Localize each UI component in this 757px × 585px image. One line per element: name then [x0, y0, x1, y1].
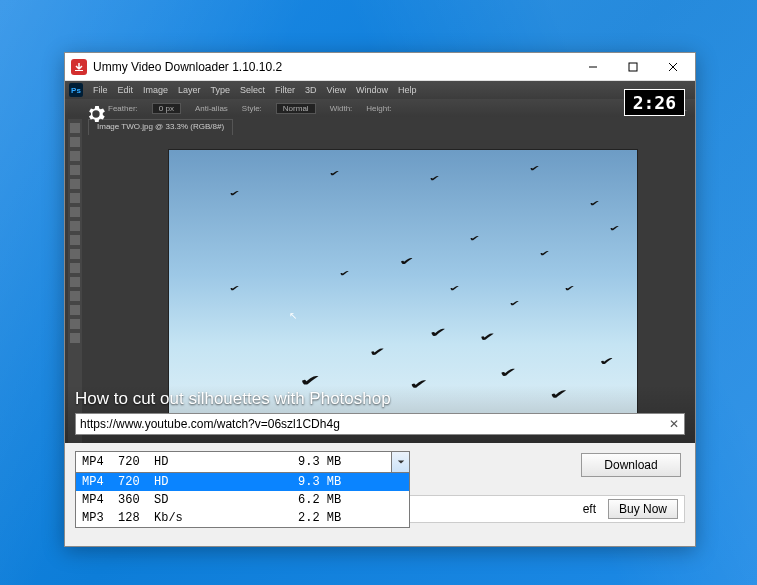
photoshop-options-bar: Feather: 0 px Anti-alias Style: Normal W… — [65, 99, 695, 117]
photoshop-document-tab: Image TWO.jpg @ 33.3% (RGB/8#) — [88, 119, 233, 135]
app-window: Ummy Video Downloader 1.10.10.2 Ps File … — [64, 52, 696, 547]
svg-rect-2 — [629, 63, 637, 71]
buy-now-button[interactable]: Buy Now — [608, 499, 678, 519]
video-timestamp: 2:26 — [624, 89, 685, 116]
settings-gear-icon[interactable] — [85, 103, 107, 129]
download-button[interactable]: Download — [581, 453, 681, 477]
format-combo[interactable]: MP4 720 HD 9.3 MB — [75, 451, 410, 473]
chevron-down-icon[interactable] — [391, 452, 409, 472]
close-button[interactable] — [653, 53, 693, 81]
video-title: How to cut out silhouettes with Photosho… — [75, 389, 685, 409]
format-selected: MP4 720 HD 9.3 MB — [76, 455, 391, 469]
format-option[interactable]: MP3 128 Kb/s 2.2 MB — [76, 509, 409, 527]
cursor-icon: ↖ — [289, 310, 297, 321]
maximize-button[interactable] — [613, 53, 653, 81]
url-input[interactable] — [76, 417, 664, 431]
format-dropdown: MP4 720 HD 9.3 MB MP4 360 SD 6.2 MB MP3 … — [75, 472, 410, 528]
clear-url-icon[interactable]: ✕ — [664, 417, 684, 431]
trial-text: eft — [583, 502, 596, 516]
svg-rect-0 — [75, 70, 83, 71]
url-input-wrap: ✕ — [75, 413, 685, 435]
window-title: Ummy Video Downloader 1.10.10.2 — [93, 60, 573, 74]
video-preview: Ps File Edit Image Layer Type Select Fil… — [65, 81, 695, 443]
photoshop-menubar: Ps File Edit Image Layer Type Select Fil… — [65, 81, 695, 99]
app-icon — [71, 59, 87, 75]
titlebar[interactable]: Ummy Video Downloader 1.10.10.2 — [65, 53, 695, 81]
photoshop-logo-icon: Ps — [69, 83, 83, 97]
format-option[interactable]: MP4 360 SD 6.2 MB — [76, 491, 409, 509]
minimize-button[interactable] — [573, 53, 613, 81]
format-option[interactable]: MP4 720 HD 9.3 MB — [76, 473, 409, 491]
download-panel: MP4 720 HD 9.3 MB MP4 720 HD 9.3 MB MP4 … — [65, 443, 695, 546]
